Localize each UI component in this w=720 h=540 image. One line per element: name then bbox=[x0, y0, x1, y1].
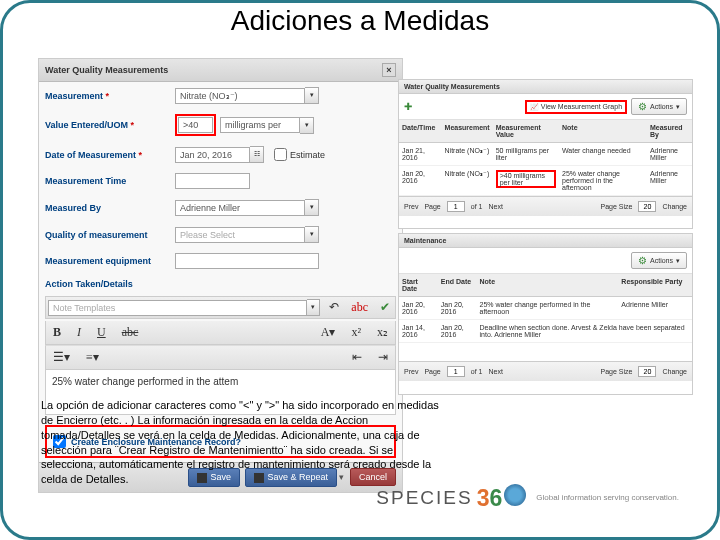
logo-360-icon: 36 bbox=[477, 484, 527, 512]
actions-button[interactable]: ⚙Actions▾ bbox=[631, 98, 687, 115]
gear-icon: ⚙ bbox=[638, 255, 647, 266]
panel-title: Maintenance bbox=[404, 237, 446, 244]
chevron-down-icon[interactable]: ▾ bbox=[305, 199, 319, 216]
next-button[interactable]: Next bbox=[488, 368, 502, 375]
measurement-select[interactable] bbox=[175, 88, 305, 104]
ul-icon[interactable]: ☰▾ bbox=[50, 350, 73, 365]
table-row[interactable]: Jan 14, 2016 Jan 20, 2016 Deadline when … bbox=[399, 320, 692, 343]
expand-icon[interactable]: ✚ bbox=[404, 101, 412, 112]
pager: Prev Page of 1 Next Page Size Change bbox=[399, 361, 692, 381]
indent-icon[interactable]: ⇥ bbox=[375, 350, 391, 365]
brand-name: SPECIES bbox=[376, 487, 472, 509]
ol-icon[interactable]: ≡▾ bbox=[83, 350, 102, 365]
page-input[interactable] bbox=[447, 366, 465, 377]
page-input[interactable] bbox=[447, 201, 465, 212]
prev-button[interactable]: Prev bbox=[404, 368, 418, 375]
tagline: Global information serving conservation. bbox=[536, 493, 679, 503]
pager: Prev Page of 1 Next Page Size Change bbox=[399, 196, 692, 216]
calendar-icon[interactable]: ☷ bbox=[250, 146, 264, 163]
equipment-input[interactable] bbox=[175, 253, 319, 269]
graph-link[interactable]: 📈 View Measurement Graph bbox=[525, 100, 627, 114]
slide-title: Adiciones a Medidas bbox=[3, 5, 717, 37]
close-icon[interactable]: × bbox=[382, 63, 396, 77]
gear-icon: ⚙ bbox=[638, 101, 647, 112]
outdent-icon[interactable]: ⇤ bbox=[349, 350, 365, 365]
chevron-down-icon[interactable]: ▾ bbox=[307, 299, 320, 316]
maintenance-panel: Maintenance ⚙Actions▾ Start Date End Dat… bbox=[398, 233, 693, 395]
measurements-table: Date/Time Measurement Measurement Value … bbox=[399, 120, 692, 196]
bold-button[interactable]: B bbox=[50, 325, 64, 340]
measurements-panel: Water Quality Measurements ✚ 📈 View Meas… bbox=[398, 79, 693, 229]
value-input[interactable] bbox=[178, 117, 213, 133]
check-icon[interactable]: ✔ bbox=[377, 300, 393, 315]
time-label: Measurement Time bbox=[45, 176, 175, 186]
estimate-label: Estimate bbox=[290, 150, 325, 160]
logo-area: SPECIES 36 Global information serving co… bbox=[376, 484, 679, 512]
time-input[interactable] bbox=[175, 173, 250, 189]
uom-select[interactable] bbox=[220, 117, 300, 133]
actions-button[interactable]: ⚙Actions▾ bbox=[631, 252, 687, 269]
date-input[interactable] bbox=[175, 147, 250, 163]
chevron-down-icon[interactable]: ▾ bbox=[305, 226, 319, 243]
date-label: Date of Measurement * bbox=[45, 150, 175, 160]
quality-label: Quality of measurement bbox=[45, 230, 175, 240]
table-row[interactable]: Jan 20, 2016 Nitrate (NO₃⁻) >40 milligra… bbox=[399, 166, 692, 196]
sub-icon[interactable]: x₂ bbox=[374, 325, 391, 340]
panel-title: Water Quality Measurements bbox=[404, 83, 500, 90]
table-row[interactable]: Jan 21, 2016 Nitrate (NO₃⁻) 50 milligram… bbox=[399, 143, 692, 166]
strike-button[interactable]: abc bbox=[119, 325, 142, 340]
action-label: Action Taken/Details bbox=[45, 279, 175, 289]
italic-button[interactable]: I bbox=[74, 325, 84, 340]
caption-text: La opción de adicionar caracteres como "… bbox=[41, 398, 441, 487]
chevron-down-icon[interactable]: ▾ bbox=[305, 87, 319, 104]
pagesize-input[interactable] bbox=[638, 201, 656, 212]
measurement-label: Measurement * bbox=[45, 91, 175, 101]
template-select[interactable] bbox=[48, 300, 307, 316]
table-header: Start Date End Date Note Responsible Par… bbox=[399, 274, 692, 297]
value-label: Value Entered/UOM * bbox=[45, 120, 175, 130]
change-button[interactable]: Change bbox=[662, 203, 687, 210]
font-color-icon[interactable]: A▾ bbox=[318, 325, 339, 340]
sup-icon[interactable]: x² bbox=[348, 325, 364, 340]
chevron-down-icon[interactable]: ▾ bbox=[300, 117, 314, 134]
editor-toolbar-2: B I U abc A▾ x² x₂ bbox=[45, 321, 396, 345]
table-row[interactable]: Jan 20, 2016 Jan 20, 2016 25% water chan… bbox=[399, 297, 692, 320]
underline-button[interactable]: U bbox=[94, 325, 109, 340]
panel-header: Water Quality Measurements × bbox=[39, 59, 402, 82]
spell-icon[interactable]: abc bbox=[348, 300, 371, 315]
table-header: Date/Time Measurement Measurement Value … bbox=[399, 120, 692, 143]
equipment-label: Measurement equipment bbox=[45, 256, 175, 266]
pagesize-input[interactable] bbox=[638, 366, 656, 377]
editor-toolbar: ▾ ↶ abc ✔ bbox=[45, 296, 396, 319]
quality-select[interactable] bbox=[175, 227, 305, 243]
estimate-checkbox[interactable] bbox=[274, 148, 287, 161]
next-button[interactable]: Next bbox=[488, 203, 502, 210]
by-input[interactable] bbox=[175, 200, 305, 216]
editor-toolbar-3: ☰▾ ≡▾ ⇤ ⇥ bbox=[45, 345, 396, 370]
maintenance-table: Start Date End Date Note Responsible Par… bbox=[399, 274, 692, 343]
undo-icon[interactable]: ↶ bbox=[326, 300, 342, 315]
change-button[interactable]: Change bbox=[662, 368, 687, 375]
by-label: Measured By bbox=[45, 203, 175, 213]
prev-button[interactable]: Prev bbox=[404, 203, 418, 210]
panel-title: Water Quality Measurements bbox=[45, 65, 168, 75]
